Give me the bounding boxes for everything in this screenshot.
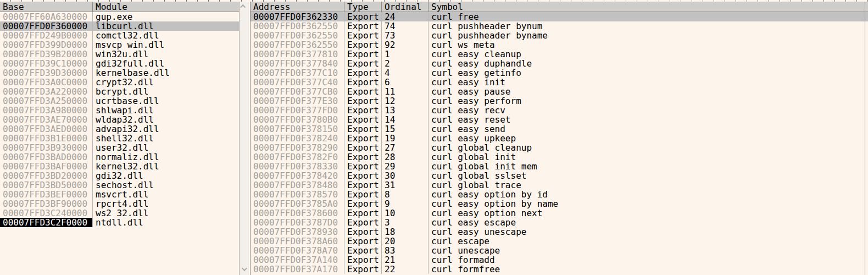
module-name-cell[interactable]: bcrypt.dll: [93, 87, 239, 96]
column-header-module[interactable]: Module: [93, 2, 239, 12]
symbol-type-cell[interactable]: Export: [344, 96, 382, 106]
symbol-ordinal-cell[interactable]: 4: [382, 68, 429, 78]
symbol-name-cell[interactable]: curl_escape: [429, 237, 868, 246]
symbol-ordinal-cell[interactable]: 22: [382, 265, 429, 274]
module-row[interactable]: 00007FFD3BD50000 sechost.dll: [0, 180, 239, 190]
symbol-address-cell[interactable]: 00007FFD0F3785A0: [251, 199, 344, 208]
symbol-ordinal-cell[interactable]: 18: [382, 227, 429, 237]
module-name-cell[interactable]: rpcrt4.dll: [93, 199, 239, 208]
symbol-ordinal-cell[interactable]: 6: [382, 78, 429, 87]
symbol-row[interactable]: 00007FFD0F37A170 Export 22 curl_formfree: [251, 265, 868, 274]
symbol-address-cell[interactable]: 00007FFD0F37A140: [251, 255, 344, 265]
symbol-address-cell[interactable]: 00007FFD0F378930: [251, 227, 344, 237]
symbol-address-cell[interactable]: 00007FFD0F362550: [251, 31, 344, 40]
module-row[interactable]: 00007FFD3BAF0000 kernel32.dll: [0, 162, 239, 171]
module-name-cell[interactable]: msvcp_win.dll: [93, 40, 239, 50]
symbol-type-cell[interactable]: Export: [344, 21, 382, 31]
symbol-ordinal-cell[interactable]: 3: [382, 218, 429, 227]
column-header-address[interactable]: Address: [251, 2, 344, 12]
symbol-name-cell[interactable]: curl_formfree: [429, 265, 868, 274]
symbol-type-cell[interactable]: Export: [344, 143, 382, 152]
symbol-ordinal-cell[interactable]: 31: [382, 180, 429, 190]
module-base-cell[interactable]: 00007FFD3BF90000: [0, 199, 93, 208]
symbol-row[interactable]: 00007FFD0F362550 Export 92 curl_ws_meta: [251, 40, 868, 50]
symbol-address-cell[interactable]: 00007FFD0F377E30: [251, 96, 344, 106]
module-row[interactable]: 00007FFD39C10000 gdi32full.dll: [0, 59, 239, 68]
symbol-row[interactable]: 00007FFD0F377C40 Export 6 curl_easy_init: [251, 78, 868, 87]
symbol-address-cell[interactable]: 00007FFD0F378570: [251, 190, 344, 199]
symbol-row[interactable]: 00007FFD0F37A140 Export 21 curl_formadd: [251, 255, 868, 265]
symbol-address-cell[interactable]: 00007FFD0F3782F0: [251, 152, 344, 162]
symbol-row[interactable]: 00007FFD0F3785A0 Export 9 curl_easy_opti…: [251, 199, 868, 208]
module-row[interactable]: 00007FFD3A980000 shlwapi.dll: [0, 106, 239, 115]
symbol-ordinal-cell[interactable]: 27: [382, 143, 429, 152]
symbol-address-cell[interactable]: 00007FFD0F377FD0: [251, 106, 344, 115]
symbol-ordinal-cell[interactable]: 1: [382, 50, 429, 59]
symbol-type-cell[interactable]: Export: [344, 190, 382, 199]
module-row[interactable]: 00007FFD39B20000 win32u.dll: [0, 50, 239, 59]
symbol-address-cell[interactable]: 00007FFD0F378480: [251, 180, 344, 190]
module-row[interactable]: 00007FFD3BD20000 gdi32.dll: [0, 171, 239, 180]
symbol-type-cell[interactable]: Export: [344, 124, 382, 134]
module-row[interactable]: 00007FFD3C2F0000 ntdll.dll: [0, 218, 239, 227]
symbol-address-cell[interactable]: 00007FFD0F378A60: [251, 237, 344, 246]
symbol-ordinal-cell[interactable]: 21: [382, 255, 429, 265]
symbol-type-cell[interactable]: Export: [344, 237, 382, 246]
symbol-row[interactable]: 00007FFD0F378A60 Export 20 curl_escape: [251, 237, 868, 246]
module-base-cell[interactable]: 00007FFD3C2F0000: [0, 218, 93, 227]
symbol-row[interactable]: 00007FFD0F378240 Export 19 curl_easy_upk…: [251, 134, 868, 143]
symbol-type-cell[interactable]: Export: [344, 12, 382, 21]
symbol-row[interactable]: 00007FFD0F3782F0 Export 28 curl_global_i…: [251, 152, 868, 162]
symbol-address-cell[interactable]: 00007FFD0F378600: [251, 208, 344, 218]
symbol-row[interactable]: 00007FFD0F377810 Export 1 curl_easy_clea…: [251, 50, 868, 59]
symbol-ordinal-cell[interactable]: 30: [382, 171, 429, 180]
module-row[interactable]: 00007FFD3BF90000 rpcrt4.dll: [0, 199, 239, 208]
module-base-cell[interactable]: 00007FFD3B1E0000: [0, 134, 93, 143]
symbol-row[interactable]: 00007FFD0F3780B0 Export 14 curl_easy_res…: [251, 115, 868, 124]
symbol-ordinal-cell[interactable]: 74: [382, 21, 429, 31]
symbol-address-cell[interactable]: 00007FFD0F362330: [251, 12, 344, 21]
symbol-row[interactable]: 00007FFD0F377CB0 Export 11 curl_easy_pau…: [251, 87, 868, 96]
symbol-type-cell[interactable]: Export: [344, 199, 382, 208]
module-base-cell[interactable]: 00007FFD3BEF0000: [0, 190, 93, 199]
module-base-cell[interactable]: 00007FFD39B20000: [0, 50, 93, 59]
modules-scrollbar[interactable]: [239, 0, 248, 275]
symbol-type-cell[interactable]: Export: [344, 218, 382, 227]
symbol-name-cell[interactable]: curl_easy_send: [429, 124, 868, 134]
symbol-address-cell[interactable]: 00007FFD0F37A170: [251, 265, 344, 274]
module-name-cell[interactable]: kernelbase.dll: [93, 68, 239, 78]
symbol-name-cell[interactable]: curl_easy_option_by_id: [429, 190, 868, 199]
module-row[interactable]: 00007FF60A630000 gup.exe: [0, 12, 239, 21]
symbol-type-cell[interactable]: Export: [344, 31, 382, 40]
symbol-row[interactable]: 00007FFD0F378330 Export 29 curl_global_i…: [251, 162, 868, 171]
module-row[interactable]: 00007FFD3B1E0000 shell32.dll: [0, 134, 239, 143]
symbol-row[interactable]: 00007FFD0F377E30 Export 12 curl_easy_per…: [251, 96, 868, 106]
symbol-row[interactable]: 00007FFD0F378150 Export 15 curl_easy_sen…: [251, 124, 868, 134]
module-base-cell[interactable]: 00007FFD3BAD0000: [0, 152, 93, 162]
symbol-row[interactable]: 00007FFD0F362330 Export 24 curl_free: [251, 12, 868, 21]
symbol-row[interactable]: 00007FFD0F378290 Export 27 curl_global_c…: [251, 143, 868, 152]
symbol-name-cell[interactable]: curl_easy_reset: [429, 115, 868, 124]
symbol-type-cell[interactable]: Export: [344, 78, 382, 87]
column-header-symbol[interactable]: Symbol: [429, 2, 868, 12]
module-name-cell[interactable]: ucrtbase.dll: [93, 96, 239, 106]
symbol-type-cell[interactable]: Export: [344, 106, 382, 115]
symbol-name-cell[interactable]: curl_global_init_mem: [429, 162, 868, 171]
module-name-cell[interactable]: kernel32.dll: [93, 162, 239, 171]
symbol-address-cell[interactable]: 00007FFD0F3780B0: [251, 115, 344, 124]
module-base-cell[interactable]: 00007FFD399D0000: [0, 40, 93, 50]
module-name-cell[interactable]: normaliz.dll: [93, 152, 239, 162]
symbol-ordinal-cell[interactable]: 8: [382, 190, 429, 199]
module-base-cell[interactable]: 00007FFD3A220000: [0, 87, 93, 96]
symbol-ordinal-cell[interactable]: 73: [382, 31, 429, 40]
symbol-row[interactable]: 00007FFD0F377840 Export 2 curl_easy_duph…: [251, 59, 868, 68]
module-name-cell[interactable]: advapi32.dll: [93, 124, 239, 134]
symbol-type-cell[interactable]: Export: [344, 180, 382, 190]
module-name-cell[interactable]: gup.exe: [93, 12, 239, 21]
column-header-base[interactable]: Base: [0, 2, 93, 12]
symbol-row[interactable]: 00007FFD0F378A70 Export 83 curl_unescape: [251, 246, 868, 255]
symbol-ordinal-cell[interactable]: 11: [382, 87, 429, 96]
symbol-address-cell[interactable]: 00007FFD0F377C40: [251, 78, 344, 87]
module-row[interactable]: 00007FFD0F360000 libcurl.dll: [0, 21, 239, 31]
symbol-type-cell[interactable]: Export: [344, 87, 382, 96]
